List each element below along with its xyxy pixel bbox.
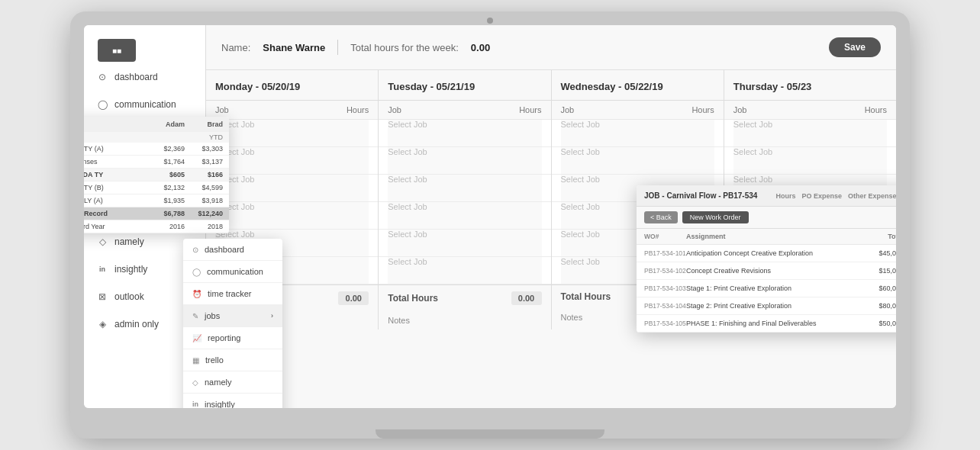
job-panel-row-5: PB17-534-105 PHASE 1: Finishing and Fina… [637,315,896,333]
day-header-wednesday: Wednesday - 05/22/19 [552,70,724,101]
laptop-base [376,429,604,439]
outlook-icon: ⊠ [96,291,108,303]
nav-menu-reporting[interactable]: 📈 reporting [183,327,282,349]
job-panel-title: JOB - Carnival Flow - PB17-534 [644,191,757,200]
sidebar-label-communication: communication [114,99,176,110]
day-header-monday: Monday - 05/20/19 [206,70,378,101]
job-select[interactable]: Select Job [215,120,369,146]
total-row-tuesday: Total Hours 0.00 [379,284,550,311]
dashboard-icon: ⊙ [96,71,108,83]
sidebar-item-dashboard[interactable]: ⊙ dashboard [84,63,205,91]
nav-menu-overlay: ⊙ dashboard ◯ communication ⏰ time track… [183,239,282,408]
nav-menu-label: insightly [205,400,235,408]
nav-menu-label: communication [207,267,263,276]
nav-menu-time-tracker[interactable]: ⏰ time tracker [183,283,282,305]
name-label: Name: [221,42,250,53]
sidebar-label-outlook: outlook [114,291,144,302]
time-tracker-icon: ⏰ [192,290,201,298]
job-select[interactable]: Select Job [733,147,887,174]
job-row: Select Job [379,120,550,147]
admin-icon: ◈ [96,318,108,330]
insightly-icon: in [96,263,108,275]
job-panel-col-labels: Hours PO Expense Other Expense Marg [775,192,896,200]
job-row: Select Job [206,147,378,175]
back-button[interactable]: < Back [644,211,678,223]
new-work-order-button[interactable]: New Work Order [682,211,749,223]
job-col-header: Job [388,105,503,114]
job-select[interactable]: Select Job [388,120,541,146]
hours-col-header: Hours [849,105,887,114]
sidebar-label-dashboard: dashboard [114,72,158,82]
nav-menu-label: namely [205,378,231,387]
job-row: Select Job [379,230,550,257]
total-value-tuesday: 0.00 [511,291,542,305]
float-row-expenses: Expenses $1,764 $3,137 [84,156,229,169]
col-headers-tuesday: Job Hours [379,101,550,120]
float-row-por-ty-a: POR TY (A) $2,369 $3,303 [84,143,229,156]
header-divider [337,40,338,55]
nav-menu-namely[interactable]: ◇ namely [183,371,282,394]
sidebar-label-namely: namely [114,236,144,247]
job-panel-row-3: PB17-534-103 Stage 1: Print Creative Exp… [637,280,896,297]
laptop-camera [487,18,493,24]
communication-icon: ◯ [192,268,201,276]
nav-menu-insightly[interactable]: in insightly [183,394,282,408]
job-select[interactable]: Select Job [561,147,714,174]
job-row: Select Job [724,147,896,175]
job-select[interactable]: Select Job [215,202,369,229]
save-button[interactable]: Save [829,37,881,57]
sidebar-item-communication[interactable]: ◯ communication [84,91,205,118]
job-panel-subheader: WO# Assignment Total Placeholder [637,229,896,245]
notes-row-tuesday: Notes [379,311,550,329]
reporting-icon: 📈 [192,334,201,342]
float-row-ebitda: EBITDA TY $605 $166 [84,169,229,182]
job-panel-row-1: PB17-534-101 Anticipation Concept Creati… [637,245,896,262]
job-select[interactable]: Select Job [561,120,714,146]
job-select[interactable]: Select Job [388,230,541,256]
dashboard-icon: ⊙ [192,246,198,254]
nav-menu-label: time tracker [208,289,251,298]
col-headers-wednesday: Job Hours [552,101,724,120]
hours-col-header: Hours [330,105,369,114]
trello-icon: ▦ [192,356,199,365]
namely-icon: ◇ [192,378,198,387]
sidebar-label-insightly: insightly [114,264,147,275]
jobs-icon: ✎ [192,312,198,320]
col-headers-monday: Job Hours [206,101,378,120]
job-row: Select Job [552,147,724,175]
nav-menu-trello[interactable]: ▦ trello [183,349,282,371]
job-select[interactable]: Select Job [215,147,369,174]
job-select[interactable]: Select Job [388,202,541,229]
float-row-por-ly-a: POR LY (A) $1,935 $3,918 [84,194,229,207]
hours-col-header: Hours [676,105,714,114]
job-select[interactable]: Select Job [388,257,541,284]
col-headers-thursday: Job Hours [724,101,896,120]
nav-menu-label: reporting [208,333,240,342]
job-col-header: Job [561,105,676,114]
total-hours-label: Total hours for the week: [350,42,459,53]
float-row-por-record: POR Record $6,788 $12,240 [84,207,229,220]
job-select[interactable]: Select Job [388,147,541,174]
job-row: Select Job [379,257,550,284]
job-row: Select Job [379,147,550,175]
hours-col-header: Hours [504,105,542,114]
header-bar: Name: Shane Warne Total hours for the we… [206,25,896,70]
job-col-header: Job [215,105,330,114]
nav-menu-jobs[interactable]: ✎ jobs › [183,305,282,327]
nav-menu-label: jobs [205,311,220,320]
job-panel-header: JOB - Carnival Flow - PB17-534 Hours PO … [637,185,896,207]
nav-menu-label: trello [205,355,224,365]
job-select[interactable]: Select Job [733,120,887,146]
chevron-right-icon: › [271,312,273,320]
nav-menu-dashboard[interactable]: ⊙ dashboard [183,239,282,261]
job-row: Select Job [379,202,550,230]
day-header-thursday: Thursday - 05/23 [724,70,896,101]
nav-menu-communication[interactable]: ◯ communication [183,261,282,283]
job-select[interactable]: Select Job [215,175,369,201]
job-panel-row-4: PB17-534-104 Stage 2: Print Creative Exp… [637,297,896,315]
float-row-record-year: Record Year 2016 2018 [84,220,229,233]
job-select[interactable]: Select Job [388,175,541,201]
sidebar-label-admin: admin only [114,319,159,329]
day-header-tuesday: Tuesday - 05/21/19 [379,70,550,101]
nav-menu-label: dashboard [205,245,244,254]
